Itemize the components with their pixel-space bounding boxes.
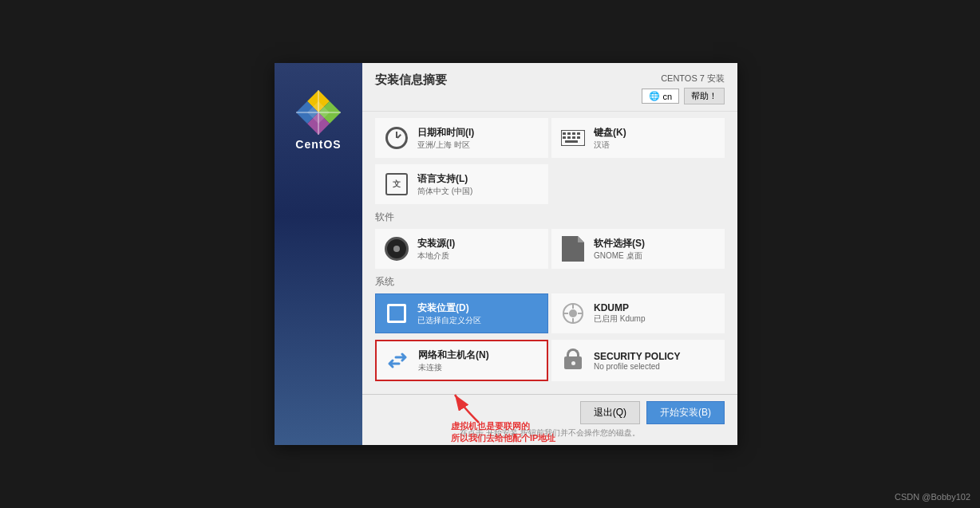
title-section: 安装信息摘要 bbox=[375, 73, 447, 88]
network-subtitle: 未连接 bbox=[418, 362, 489, 373]
security-title: SECURITY POLICY bbox=[594, 351, 680, 362]
lang-code: cn bbox=[662, 92, 672, 101]
keyboard-item[interactable]: 键盘(K) 汉语 bbox=[551, 118, 725, 158]
network-security-grid: 网络和主机名(N) 未连接 SECURITY bbox=[375, 340, 725, 381]
svg-rect-9 bbox=[567, 132, 571, 135]
svg-rect-8 bbox=[563, 132, 566, 135]
install-source-item[interactable]: 安装源(I) 本地介质 bbox=[375, 229, 548, 269]
clock-icon bbox=[382, 124, 411, 152]
hdd-icon bbox=[382, 299, 411, 328]
install-dest-text: 安装位置(D) 已选择自定义分区 bbox=[417, 301, 481, 326]
software-select-title: 软件选择(S) bbox=[594, 237, 645, 250]
language-title: 语言支持(L) bbox=[417, 172, 472, 186]
system-section-label: 系统 bbox=[375, 275, 725, 289]
network-icon bbox=[383, 346, 412, 375]
software-select-subtitle: GNOME 桌面 bbox=[594, 250, 645, 262]
security-item[interactable]: SECURITY POLICY No profile selected bbox=[551, 340, 725, 381]
svg-rect-10 bbox=[572, 132, 575, 135]
install-dest-item[interactable]: 安装位置(D) 已选择自定义分区 bbox=[375, 293, 548, 333]
software-grid: 安装源(I) 本地介质 软件选择(S) bbox=[375, 229, 725, 269]
top-right: CENTOS 7 安装 🌐 cn 帮助！ bbox=[642, 73, 725, 104]
version-label: CENTOS 7 安装 bbox=[661, 73, 725, 85]
kdump-text: KDUMP 已启用 Kdump bbox=[594, 302, 645, 325]
security-text: SECURITY POLICY No profile selected bbox=[594, 351, 680, 371]
language-text: 语言支持(L) 简体中文 (中国) bbox=[417, 172, 472, 197]
kdump-icon bbox=[559, 299, 587, 328]
disk-icon bbox=[382, 234, 411, 263]
network-item[interactable]: 网络和主机名(N) 未连接 bbox=[375, 340, 548, 381]
screen: CentOS 安装信息摘要 CENTOS 7 安装 🌐 cn 帮助！ bbox=[0, 0, 980, 508]
svg-rect-13 bbox=[567, 136, 571, 139]
svg-rect-11 bbox=[577, 132, 580, 135]
datetime-subtitle: 亚洲/上海 时区 bbox=[417, 140, 474, 151]
keyboard-icon bbox=[559, 124, 587, 152]
kdump-item[interactable]: KDUMP 已启用 Kdump bbox=[551, 293, 725, 333]
install-source-text: 安装源(I) 本地介质 bbox=[417, 237, 455, 262]
network-text: 网络和主机名(N) 未连接 bbox=[418, 349, 489, 373]
sidebar: CentOS bbox=[275, 63, 362, 445]
header: 安装信息摘要 CENTOS 7 安装 🌐 cn 帮助！ bbox=[362, 63, 737, 112]
install-source-title: 安装源(I) bbox=[417, 237, 455, 250]
datetime-title: 日期和时间(I) bbox=[417, 126, 474, 140]
security-subtitle: No profile selected bbox=[594, 362, 680, 371]
centos-logo bbox=[293, 87, 344, 138]
help-button[interactable]: 帮助！ bbox=[684, 88, 725, 104]
kdump-title: KDUMP bbox=[594, 302, 645, 313]
datetime-text: 日期和时间(I) 亚洲/上海 时区 bbox=[417, 126, 474, 151]
install-dest-title: 安装位置(D) bbox=[417, 301, 481, 315]
lock-icon bbox=[559, 346, 587, 375]
exit-button[interactable]: 退出(Q) bbox=[580, 401, 640, 424]
datetime-item[interactable]: 日期和时间(I) 亚洲/上海 时区 bbox=[375, 118, 548, 158]
flag-icon: 🌐 bbox=[649, 91, 660, 101]
network-title: 网络和主机名(N) bbox=[418, 349, 489, 362]
install-source-subtitle: 本地介质 bbox=[417, 250, 455, 262]
localization-grid: 日期和时间(I) 亚洲/上海 时区 bbox=[375, 118, 725, 158]
lang-help-bar: 🌐 cn 帮助！ bbox=[642, 88, 725, 104]
svg-point-18 bbox=[569, 309, 577, 317]
svg-rect-16 bbox=[565, 140, 578, 143]
svg-rect-12 bbox=[563, 136, 566, 139]
watermark: CSDN @Bobby102 bbox=[895, 492, 970, 502]
install-button[interactable]: 开始安装(B) bbox=[646, 401, 725, 424]
svg-rect-14 bbox=[572, 136, 575, 139]
software-select-text: 软件选择(S) GNOME 桌面 bbox=[594, 237, 645, 262]
language-item[interactable]: 文 语言支持(L) 简体中文 (中国) bbox=[375, 164, 548, 204]
scroll-area[interactable]: 日期和时间(I) 亚洲/上海 时区 bbox=[362, 112, 737, 394]
install-dest-subtitle: 已选择自定义分区 bbox=[417, 315, 481, 326]
language-selector[interactable]: 🌐 cn bbox=[642, 89, 679, 104]
page-title: 安装信息摘要 bbox=[375, 73, 447, 88]
main-window: CentOS 安装信息摘要 CENTOS 7 安装 🌐 cn 帮助！ bbox=[275, 63, 737, 445]
language-grid: 文 语言支持(L) 简体中文 (中国) bbox=[375, 164, 725, 204]
keyboard-title: 键盘(K) bbox=[594, 126, 626, 140]
software-icon bbox=[559, 234, 587, 263]
software-section-label: 软件 bbox=[375, 211, 725, 224]
software-select-item[interactable]: 软件选择(S) GNOME 桌面 bbox=[551, 229, 725, 269]
language-icon: 文 bbox=[382, 170, 411, 199]
main-content: 安装信息摘要 CENTOS 7 安装 🌐 cn 帮助！ bbox=[362, 63, 737, 445]
kdump-subtitle: 已启用 Kdump bbox=[594, 313, 645, 325]
brand-label: CentOS bbox=[295, 138, 341, 151]
keyboard-subtitle: 汉语 bbox=[594, 140, 626, 151]
keyboard-text: 键盘(K) 汉语 bbox=[594, 126, 626, 151]
svg-rect-15 bbox=[577, 136, 580, 139]
annotation-text: 虚拟机也是要联网的 所以我们去给他配个IP地址 bbox=[451, 420, 555, 445]
language-subtitle: 简体中文 (中国) bbox=[417, 186, 472, 197]
system-grid: 安装位置(D) 已选择自定义分区 bbox=[375, 293, 725, 333]
